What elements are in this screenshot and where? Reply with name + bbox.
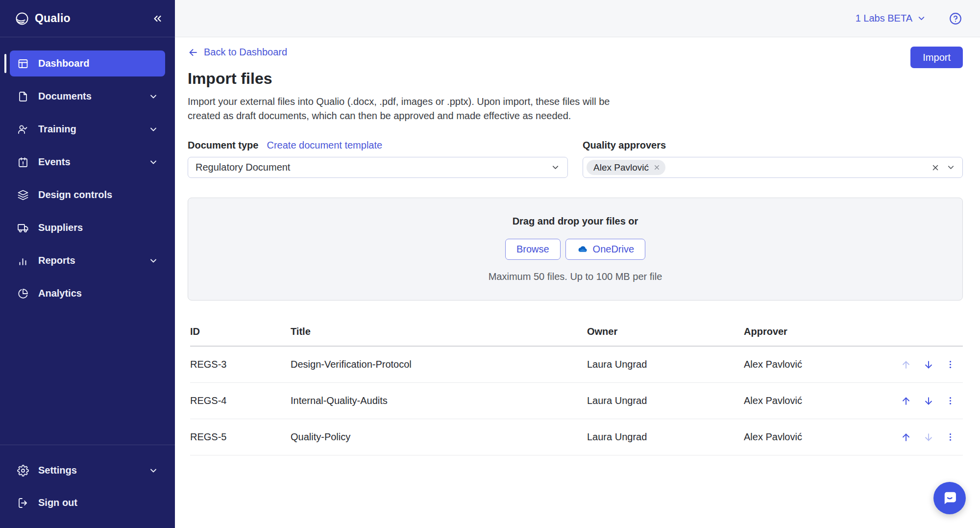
- approver-chip: Alex Pavlović: [587, 160, 665, 175]
- row-actions: [901, 359, 967, 370]
- chevron-down-icon: [148, 125, 158, 134]
- cell-owner: Laura Ungrad: [587, 431, 744, 443]
- sidebar-item-label: Sign out: [38, 497, 77, 508]
- sidebar-nav: Dashboard Documents: [0, 37, 175, 445]
- clear-all-icon[interactable]: [931, 163, 940, 172]
- dropzone-caption: Maximum 50 files. Up to 100 MB per file: [489, 271, 662, 282]
- cell-owner: Laura Ungrad: [587, 395, 744, 406]
- multiselect-controls: [931, 163, 956, 172]
- document-type-field: Document type Create document template R…: [188, 140, 568, 178]
- sidebar-item-settings[interactable]: Settings: [10, 457, 165, 483]
- arrow-left-icon: [188, 47, 198, 58]
- sidebar-item-training[interactable]: Training: [10, 116, 165, 142]
- sidebar-item-dashboard[interactable]: Dashboard: [10, 50, 165, 76]
- cell-title: Quality-Policy: [291, 431, 587, 443]
- dropzone-heading: Drag and drop your files or: [513, 216, 638, 227]
- sidebar-item-suppliers[interactable]: Suppliers: [10, 215, 165, 241]
- approver-chip-label: Alex Pavlović: [593, 162, 649, 173]
- kebab-menu-icon[interactable]: [946, 432, 955, 442]
- sidebar-item-label: Design controls: [38, 189, 112, 201]
- cell-title: Design-Verification-Protocol: [291, 359, 587, 370]
- page-content: Back to Dashboard Import Import files Im…: [175, 37, 980, 528]
- sign-out-icon: [17, 497, 29, 509]
- quality-approvers-label: Quality approvers: [583, 140, 666, 151]
- move-down-icon[interactable]: [923, 359, 934, 370]
- cell-title: Internal-Quality-Audits: [291, 395, 587, 406]
- column-header-id: ID: [190, 326, 291, 337]
- kebab-menu-icon[interactable]: [946, 360, 955, 369]
- dashboard-icon: [17, 58, 29, 70]
- quality-approvers-select[interactable]: Alex Pavlović: [583, 157, 963, 178]
- cell-id: REGS-5: [190, 431, 291, 443]
- sidebar-item-reports[interactable]: Reports: [10, 248, 165, 274]
- sidebar-item-label: Dashboard: [38, 58, 89, 69]
- document-icon: [17, 91, 29, 102]
- sidebar-item-events[interactable]: Events: [10, 149, 165, 175]
- app-title: Qualio: [35, 12, 71, 25]
- sidebar-item-label: Suppliers: [38, 222, 83, 233]
- create-document-template-link[interactable]: Create document template: [267, 140, 382, 151]
- document-type-select[interactable]: Regulatory Document: [188, 157, 568, 178]
- sidebar-item-documents[interactable]: Documents: [10, 83, 165, 109]
- kebab-menu-icon[interactable]: [946, 396, 955, 405]
- double-chevron-left-icon: [151, 13, 163, 25]
- org-switcher[interactable]: 1 Labs BETA: [856, 13, 926, 24]
- chat-bubble-icon: [941, 489, 958, 507]
- column-header-approver: Approver: [744, 326, 901, 337]
- help-button[interactable]: [949, 12, 962, 25]
- calendar-alert-icon: [17, 156, 29, 168]
- page-description: Import your external files into Qualio (…: [188, 95, 631, 123]
- sidebar-item-label: Documents: [38, 91, 92, 102]
- onedrive-button[interactable]: OneDrive: [565, 239, 645, 260]
- chevron-down-icon: [148, 157, 158, 167]
- chip-remove-icon[interactable]: [653, 164, 661, 171]
- chat-launcher-button[interactable]: [933, 482, 966, 514]
- cell-approver: Alex Pavlović: [744, 359, 901, 370]
- import-button[interactable]: Import: [910, 47, 963, 68]
- table-header-row: ID Title Owner Approver: [190, 326, 963, 347]
- table-row: REGS-5 Quality-Policy Laura Ungrad Alex …: [190, 419, 963, 455]
- sidebar-header: Qualio: [0, 0, 175, 37]
- sidebar: Qualio Dashboard: [0, 0, 175, 528]
- file-dropzone[interactable]: Drag and drop your files or Browse OneDr…: [188, 198, 963, 301]
- topbar: 1 Labs BETA: [175, 0, 980, 37]
- table-row: REGS-3 Design-Verification-Protocol Laur…: [190, 347, 963, 383]
- sidebar-item-analytics[interactable]: Analytics: [10, 280, 165, 306]
- document-type-value: Regulatory Document: [196, 162, 290, 173]
- row-actions: [901, 396, 967, 406]
- import-form-row: Document type Create document template R…: [188, 140, 963, 178]
- cell-owner: Laura Ungrad: [587, 359, 744, 370]
- bar-chart-icon: [17, 255, 29, 267]
- table-row: REGS-4 Internal-Quality-Audits Laura Ung…: [190, 383, 963, 419]
- sidebar-item-label: Analytics: [38, 288, 82, 299]
- chevron-down-icon: [551, 163, 560, 172]
- gear-icon: [17, 465, 29, 477]
- browse-button[interactable]: Browse: [505, 239, 561, 260]
- onedrive-cloud-icon: [577, 244, 588, 255]
- row-actions: [901, 432, 967, 443]
- document-type-label: Document type: [188, 140, 258, 151]
- org-switcher-label: 1 Labs BETA: [856, 13, 912, 24]
- sidebar-item-label: Reports: [38, 255, 75, 266]
- chevron-down-icon: [148, 92, 158, 101]
- qualio-logo-icon: [15, 11, 29, 26]
- chevron-down-icon: [148, 466, 158, 476]
- move-up-icon[interactable]: [901, 432, 911, 443]
- sidebar-item-label: Settings: [38, 465, 77, 476]
- sidebar-collapse-button[interactable]: [151, 13, 163, 25]
- sidebar-item-design-controls[interactable]: Design controls: [10, 182, 165, 208]
- sidebar-item-sign-out[interactable]: Sign out: [10, 490, 165, 516]
- move-down-icon: [923, 432, 934, 443]
- move-down-icon[interactable]: [923, 396, 934, 406]
- chevron-down-icon: [148, 256, 158, 266]
- move-up-icon[interactable]: [901, 396, 911, 406]
- cell-approver: Alex Pavlović: [744, 395, 901, 406]
- move-up-icon: [901, 359, 911, 370]
- page-header-row: Back to Dashboard Import: [188, 47, 963, 68]
- app-root: Qualio Dashboard: [0, 0, 980, 528]
- chevron-down-icon[interactable]: [946, 163, 956, 172]
- layers-icon: [17, 189, 29, 201]
- back-to-dashboard-link[interactable]: Back to Dashboard: [188, 47, 287, 58]
- browse-button-label: Browse: [516, 244, 549, 255]
- pie-chart-icon: [17, 288, 29, 300]
